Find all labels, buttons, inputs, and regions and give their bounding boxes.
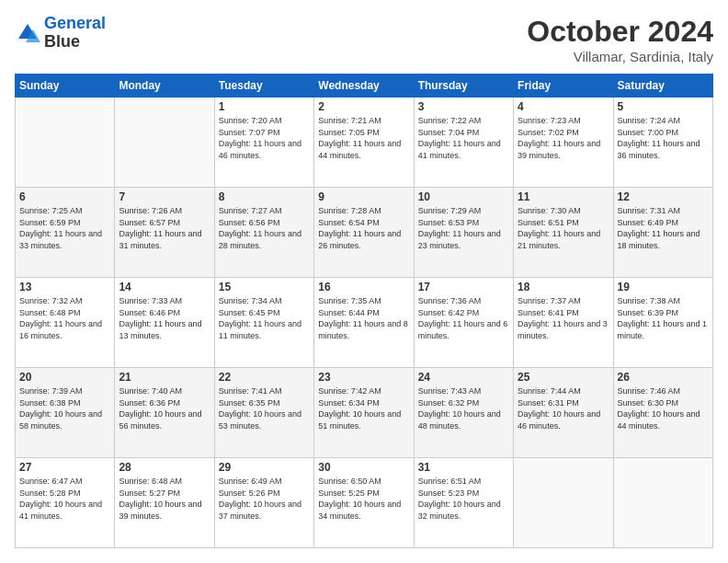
day-info: Sunrise: 7:31 AMSunset: 6:49 PMDaylight:… bbox=[618, 205, 709, 251]
calendar-row: 27Sunrise: 6:47 AMSunset: 5:28 PMDayligh… bbox=[16, 458, 713, 548]
table-row: 23Sunrise: 7:42 AMSunset: 6:34 PMDayligh… bbox=[314, 368, 414, 458]
day-info: Sunrise: 7:24 AMSunset: 7:00 PMDaylight:… bbox=[618, 115, 709, 161]
table-row: 24Sunrise: 7:43 AMSunset: 6:32 PMDayligh… bbox=[414, 368, 513, 458]
table-row: 28Sunrise: 6:48 AMSunset: 5:27 PMDayligh… bbox=[115, 458, 214, 548]
day-info: Sunrise: 7:25 AMSunset: 6:59 PMDaylight:… bbox=[19, 205, 110, 251]
calendar-row: 13Sunrise: 7:32 AMSunset: 6:48 PMDayligh… bbox=[16, 278, 713, 368]
table-row: 19Sunrise: 7:38 AMSunset: 6:39 PMDayligh… bbox=[613, 278, 712, 368]
day-info: Sunrise: 6:51 AMSunset: 5:23 PMDaylight:… bbox=[418, 476, 509, 522]
day-number: 8 bbox=[219, 190, 310, 203]
table-row: 31Sunrise: 6:51 AMSunset: 5:23 PMDayligh… bbox=[414, 458, 513, 548]
table-row: 4Sunrise: 7:23 AMSunset: 7:02 PMDaylight… bbox=[514, 98, 613, 188]
header: General Blue October 2024 Villamar, Sard… bbox=[15, 15, 713, 64]
day-number: 13 bbox=[19, 281, 110, 293]
table-row: 26Sunrise: 7:46 AMSunset: 6:30 PMDayligh… bbox=[613, 368, 712, 458]
day-info: Sunrise: 7:34 AMSunset: 6:45 PMDaylight:… bbox=[219, 295, 310, 341]
day-info: Sunrise: 6:50 AMSunset: 5:25 PMDaylight:… bbox=[318, 476, 409, 522]
day-number: 25 bbox=[518, 371, 609, 384]
day-number: 21 bbox=[119, 371, 210, 384]
logo-line2: Blue bbox=[44, 33, 106, 52]
day-number: 18 bbox=[518, 281, 609, 293]
table-row: 7Sunrise: 7:26 AMSunset: 6:57 PMDaylight… bbox=[115, 188, 214, 278]
day-info: Sunrise: 7:20 AMSunset: 7:07 PMDaylight:… bbox=[219, 115, 310, 161]
table-row: 12Sunrise: 7:31 AMSunset: 6:49 PMDayligh… bbox=[613, 188, 712, 278]
calendar-row: 1Sunrise: 7:20 AMSunset: 7:07 PMDaylight… bbox=[16, 98, 713, 188]
day-number: 29 bbox=[219, 461, 310, 474]
day-number: 19 bbox=[618, 281, 709, 293]
table-row: 22Sunrise: 7:41 AMSunset: 6:35 PMDayligh… bbox=[214, 368, 313, 458]
col-monday: Monday bbox=[115, 75, 214, 98]
day-info: Sunrise: 7:38 AMSunset: 6:39 PMDaylight:… bbox=[618, 295, 709, 341]
table-row bbox=[16, 98, 115, 188]
day-number: 14 bbox=[119, 281, 210, 293]
day-info: Sunrise: 7:43 AMSunset: 6:32 PMDaylight:… bbox=[418, 385, 509, 431]
day-number: 30 bbox=[318, 461, 409, 474]
day-number: 22 bbox=[219, 371, 310, 384]
day-number: 10 bbox=[418, 190, 509, 203]
day-info: Sunrise: 7:23 AMSunset: 7:02 PMDaylight:… bbox=[518, 115, 609, 161]
day-info: Sunrise: 7:42 AMSunset: 6:34 PMDaylight:… bbox=[318, 385, 409, 431]
day-number: 4 bbox=[518, 100, 609, 113]
col-saturday: Saturday bbox=[613, 75, 712, 98]
day-info: Sunrise: 7:37 AMSunset: 6:41 PMDaylight:… bbox=[518, 295, 609, 341]
table-row: 21Sunrise: 7:40 AMSunset: 6:36 PMDayligh… bbox=[115, 368, 214, 458]
table-row: 20Sunrise: 7:39 AMSunset: 6:38 PMDayligh… bbox=[16, 368, 115, 458]
table-row: 1Sunrise: 7:20 AMSunset: 7:07 PMDaylight… bbox=[214, 98, 313, 188]
calendar-row: 20Sunrise: 7:39 AMSunset: 6:38 PMDayligh… bbox=[16, 368, 713, 458]
table-row: 5Sunrise: 7:24 AMSunset: 7:00 PMDaylight… bbox=[613, 98, 712, 188]
day-info: Sunrise: 7:46 AMSunset: 6:30 PMDaylight:… bbox=[618, 385, 709, 431]
day-number: 12 bbox=[618, 190, 709, 203]
table-row: 3Sunrise: 7:22 AMSunset: 7:04 PMDaylight… bbox=[414, 98, 513, 188]
table-row: 18Sunrise: 7:37 AMSunset: 6:41 PMDayligh… bbox=[514, 278, 613, 368]
day-number: 9 bbox=[318, 190, 409, 203]
day-info: Sunrise: 7:36 AMSunset: 6:42 PMDaylight:… bbox=[418, 295, 509, 341]
month-title: October 2024 bbox=[527, 15, 713, 49]
day-number: 1 bbox=[219, 100, 310, 113]
day-info: Sunrise: 7:35 AMSunset: 6:44 PMDaylight:… bbox=[318, 295, 409, 341]
col-thursday: Thursday bbox=[414, 75, 513, 98]
day-info: Sunrise: 7:33 AMSunset: 6:46 PMDaylight:… bbox=[119, 295, 210, 341]
calendar-row: 6Sunrise: 7:25 AMSunset: 6:59 PMDaylight… bbox=[16, 188, 713, 278]
table-row: 9Sunrise: 7:28 AMSunset: 6:54 PMDaylight… bbox=[314, 188, 414, 278]
table-row: 6Sunrise: 7:25 AMSunset: 6:59 PMDaylight… bbox=[16, 188, 115, 278]
logo-icon bbox=[15, 20, 40, 46]
day-number: 26 bbox=[618, 371, 709, 384]
day-number: 7 bbox=[119, 190, 210, 203]
day-info: Sunrise: 7:39 AMSunset: 6:38 PMDaylight:… bbox=[19, 385, 110, 431]
logo-text: General Blue bbox=[44, 15, 106, 52]
table-row bbox=[514, 458, 613, 548]
day-info: Sunrise: 7:22 AMSunset: 7:04 PMDaylight:… bbox=[418, 115, 509, 161]
table-row: 25Sunrise: 7:44 AMSunset: 6:31 PMDayligh… bbox=[514, 368, 613, 458]
table-row: 15Sunrise: 7:34 AMSunset: 6:45 PMDayligh… bbox=[214, 278, 313, 368]
table-row: 8Sunrise: 7:27 AMSunset: 6:56 PMDaylight… bbox=[214, 188, 313, 278]
calendar-table: Sunday Monday Tuesday Wednesday Thursday… bbox=[15, 74, 713, 548]
day-info: Sunrise: 6:48 AMSunset: 5:27 PMDaylight:… bbox=[119, 476, 210, 522]
day-info: Sunrise: 7:41 AMSunset: 6:35 PMDaylight:… bbox=[219, 385, 310, 431]
day-number: 28 bbox=[119, 461, 210, 474]
day-info: Sunrise: 7:32 AMSunset: 6:48 PMDaylight:… bbox=[19, 295, 110, 341]
logo-line1: General bbox=[44, 14, 106, 32]
col-wednesday: Wednesday bbox=[314, 75, 414, 98]
table-row bbox=[613, 458, 712, 548]
day-number: 31 bbox=[418, 461, 509, 474]
table-row: 10Sunrise: 7:29 AMSunset: 6:53 PMDayligh… bbox=[414, 188, 513, 278]
table-row: 17Sunrise: 7:36 AMSunset: 6:42 PMDayligh… bbox=[414, 278, 513, 368]
day-number: 20 bbox=[19, 371, 110, 384]
day-number: 2 bbox=[318, 100, 409, 113]
table-row: 13Sunrise: 7:32 AMSunset: 6:48 PMDayligh… bbox=[16, 278, 115, 368]
day-number: 3 bbox=[418, 100, 509, 113]
logo: General Blue bbox=[15, 15, 106, 52]
day-number: 17 bbox=[418, 281, 509, 293]
table-row: 30Sunrise: 6:50 AMSunset: 5:25 PMDayligh… bbox=[314, 458, 414, 548]
table-row: 16Sunrise: 7:35 AMSunset: 6:44 PMDayligh… bbox=[314, 278, 414, 368]
day-number: 23 bbox=[318, 371, 409, 384]
day-number: 15 bbox=[219, 281, 310, 293]
day-number: 6 bbox=[19, 190, 110, 203]
day-info: Sunrise: 6:47 AMSunset: 5:28 PMDaylight:… bbox=[19, 476, 110, 522]
day-number: 27 bbox=[19, 461, 110, 474]
day-info: Sunrise: 7:30 AMSunset: 6:51 PMDaylight:… bbox=[518, 205, 609, 251]
day-info: Sunrise: 7:21 AMSunset: 7:05 PMDaylight:… bbox=[318, 115, 409, 161]
day-number: 5 bbox=[618, 100, 709, 113]
title-block: October 2024 Villamar, Sardinia, Italy bbox=[527, 15, 713, 64]
table-row: 14Sunrise: 7:33 AMSunset: 6:46 PMDayligh… bbox=[115, 278, 214, 368]
